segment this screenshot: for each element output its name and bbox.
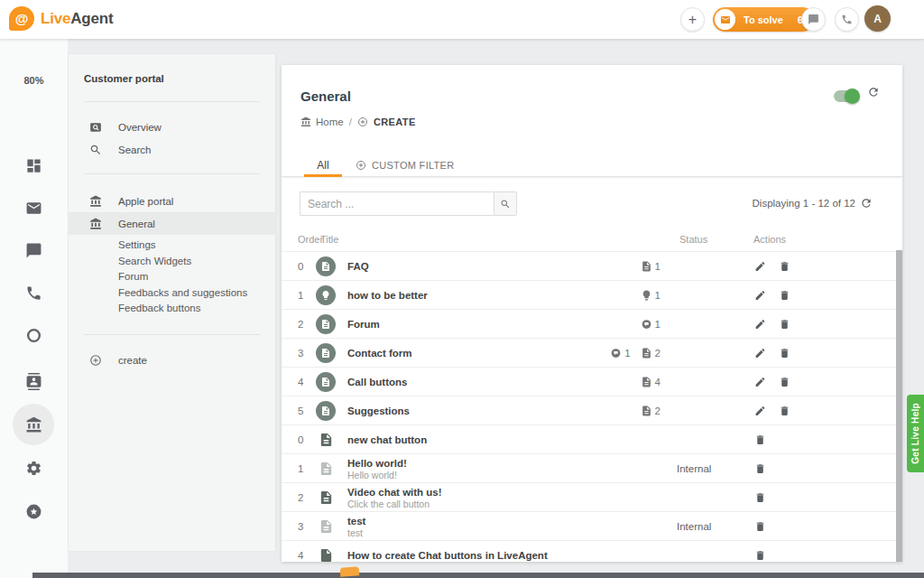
delete-button[interactable] <box>779 260 790 272</box>
sidebar-item-create[interactable]: create <box>69 349 276 371</box>
user-avatar[interactable]: A <box>864 5 891 32</box>
tab-custom-filter[interactable]: CUSTOM FILTER <box>356 153 455 177</box>
rail-item-dashboard[interactable] <box>0 154 68 176</box>
breadcrumb-create[interactable]: CREATE <box>374 117 416 127</box>
rail-item-chat[interactable] <box>0 239 68 261</box>
sidebar-subitem-settings[interactable]: Settings <box>118 238 247 254</box>
edit-button[interactable] <box>754 318 766 330</box>
chats-button[interactable] <box>801 7 826 32</box>
sidebar-item-search[interactable]: Search <box>69 138 276 161</box>
table-row[interactable]: 0new chat button <box>282 424 896 453</box>
delete-button[interactable] <box>754 491 766 503</box>
row-title: FAQ <box>347 260 369 272</box>
delete-button[interactable] <box>779 347 790 359</box>
table-row[interactable]: 2Video chat with us!Click the call butto… <box>282 482 896 511</box>
delete-icon <box>779 347 790 359</box>
rail-item-ring[interactable] <box>0 324 68 346</box>
edit-button[interactable] <box>754 289 766 301</box>
column-title: Title <box>320 234 338 245</box>
sidebar-subitem-feedback-buttons[interactable]: Feedback buttons <box>118 301 247 317</box>
rail-item-phone[interactable] <box>0 282 68 303</box>
table-row[interactable]: 1how to be better1 <box>282 280 896 309</box>
edit-icon <box>754 260 766 272</box>
tab-all[interactable]: All <box>304 153 342 177</box>
divider <box>84 334 260 335</box>
table-row[interactable]: 4Call buttons4 <box>282 367 896 396</box>
edit-button[interactable] <box>754 376 766 387</box>
row-title: Suggestions <box>347 405 410 416</box>
document-icon <box>316 314 336 334</box>
delete-icon <box>754 462 766 474</box>
tab-custom-filter-label: CUSTOM FILTER <box>372 160 455 171</box>
sidebar-subitem-search-widgets[interactable]: Search Widgets <box>118 254 247 270</box>
table-row[interactable]: 5Suggestions2 <box>282 396 896 424</box>
search-button[interactable] <box>494 191 517 216</box>
table-body: 0FAQ11how to be better12Forum13Contact f… <box>282 251 896 562</box>
chat-widget-peek[interactable] <box>340 566 360 576</box>
rail-item-star[interactable] <box>0 500 68 522</box>
tab-bar: All CUSTOM FILTER <box>282 153 902 177</box>
row-actions <box>754 549 766 561</box>
table-header: Order Title Status Actions <box>282 229 902 251</box>
edit-button[interactable] <box>754 405 766 416</box>
table-row[interactable]: 3Contact form12 <box>282 338 896 367</box>
to-solve-button[interactable]: To solve 6 <box>713 7 815 32</box>
table-row[interactable]: 0FAQ1 <box>282 251 896 280</box>
get-live-help-button[interactable]: Get Live Help <box>907 395 924 472</box>
row-actions <box>754 520 766 532</box>
rail-item-contacts[interactable] <box>0 370 68 392</box>
breadcrumb-separator: / <box>349 117 352 127</box>
scrollbar[interactable] <box>896 250 902 562</box>
delete-button[interactable] <box>754 462 766 474</box>
sidebar-subitem-feedbacks-and-suggestions[interactable]: Feedbacks and suggestions <box>118 285 247 302</box>
delete-button[interactable] <box>779 405 790 416</box>
breadcrumb-home[interactable]: Home <box>316 117 344 127</box>
sidebar-item-apple-portal[interactable]: Apple portal <box>69 190 276 212</box>
sidebar-item-general[interactable]: General <box>69 212 276 235</box>
table-row[interactable]: 1Hello world!Hello world!Internal <box>282 453 896 482</box>
row-title: Forum <box>347 318 380 330</box>
edit-icon <box>754 347 766 359</box>
status-badge: 4 <box>641 376 661 387</box>
article-icon <box>319 431 334 449</box>
edit-button[interactable] <box>754 347 766 359</box>
add-new-button[interactable]: + <box>680 7 705 32</box>
portal-active-toggle[interactable] <box>834 90 858 102</box>
search-input[interactable] <box>300 191 494 216</box>
delete-button[interactable] <box>779 289 790 301</box>
table-row[interactable]: 2Forum1 <box>282 309 896 338</box>
order-value: 3 <box>298 521 303 532</box>
delete-icon <box>754 491 766 503</box>
sidebar-item-label: Overview <box>118 122 162 133</box>
sidebar-item-overview[interactable]: Overview <box>69 116 276 138</box>
table-row[interactable]: 3testtestInternal <box>282 511 896 540</box>
rail-item-portal[interactable] <box>0 414 68 435</box>
chat-icon <box>808 14 819 25</box>
order-value: 3 <box>298 348 303 359</box>
row-title: How to create Chat buttons in LiveAgent <box>347 549 548 561</box>
refresh-button[interactable] <box>867 86 880 102</box>
delete-button[interactable] <box>754 520 766 532</box>
document-icon <box>316 343 336 363</box>
rail-item-settings[interactable] <box>0 457 68 479</box>
row-title: Call buttons <box>347 376 407 387</box>
order-value: 0 <box>298 434 303 445</box>
dashboard-icon <box>25 157 42 174</box>
status-badges: 4 <box>578 376 661 387</box>
page-title: General <box>300 89 351 104</box>
delete-button[interactable] <box>754 434 766 445</box>
search-icon <box>89 144 102 156</box>
table-row[interactable]: 4How to create Chat buttons in LiveAgent <box>282 540 896 562</box>
status-badge: 1 <box>641 318 661 330</box>
order-value: 2 <box>298 319 303 330</box>
sidebar-subitem-forum[interactable]: Forum <box>118 269 247 285</box>
rail-item-mail[interactable] <box>0 197 68 219</box>
liveagent-logo[interactable]: @ LiveAgent <box>9 6 113 31</box>
edit-button[interactable] <box>754 260 766 272</box>
delete-button[interactable] <box>779 318 790 330</box>
sidebar-item-label: General <box>118 219 155 229</box>
delete-button[interactable] <box>779 376 790 387</box>
delete-button[interactable] <box>754 549 766 561</box>
list-refresh-button[interactable] <box>860 197 873 213</box>
calls-button[interactable] <box>835 7 859 32</box>
